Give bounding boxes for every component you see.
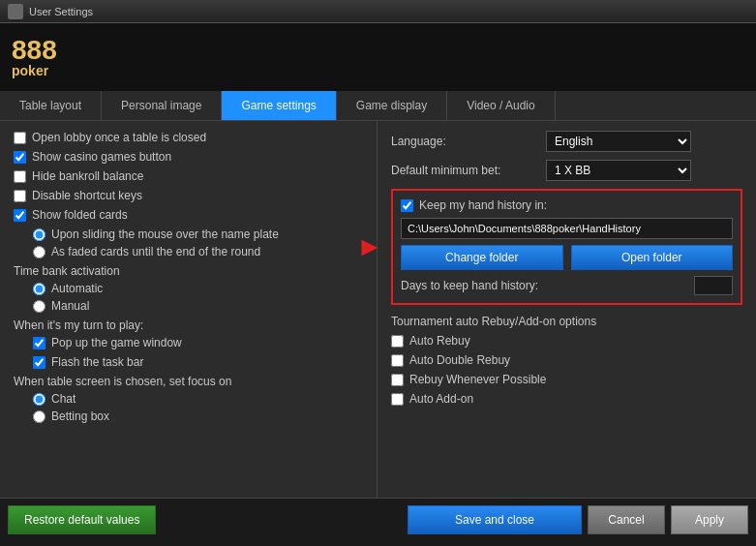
automatic-label: Automatic xyxy=(51,282,103,295)
show-folded-options: Upon sliding the mouse over the name pla… xyxy=(14,228,363,258)
hand-history-buttons: Change folder Open folder xyxy=(401,245,733,270)
auto-double-rebuy-row: Auto Double Rebuy xyxy=(391,353,742,367)
automatic-radio[interactable] xyxy=(33,283,45,295)
focus-options: Chat Betting box xyxy=(14,392,363,423)
show-casino-row: Show casino games button xyxy=(14,150,363,164)
flash-taskbar-checkbox[interactable] xyxy=(33,356,45,369)
chat-label: Chat xyxy=(51,392,76,406)
cancel-button[interactable]: Cancel xyxy=(588,505,665,534)
open-folder-button[interactable]: Open folder xyxy=(571,245,734,270)
auto-addon-checkbox[interactable] xyxy=(391,393,404,406)
popup-game-checkbox[interactable] xyxy=(33,337,45,349)
hide-bankroll-label: Hide bankroll balance xyxy=(32,169,143,183)
my-turn-checkboxes: Pop up the game window Flash the task ba… xyxy=(14,336,363,369)
show-casino-label: Show casino games button xyxy=(32,150,171,164)
show-folded-row: Show folded cards xyxy=(14,208,363,222)
chat-row: Chat xyxy=(33,392,363,406)
time-bank-options: Automatic Manual xyxy=(14,282,363,313)
auto-rebuy-checkbox[interactable] xyxy=(391,335,404,348)
logo-888: 888 xyxy=(12,37,57,64)
manual-radio[interactable] xyxy=(33,300,45,313)
popup-game-row: Pop up the game window xyxy=(33,336,363,349)
auto-double-rebuy-label: Auto Double Rebuy xyxy=(409,353,510,367)
betting-box-radio[interactable] xyxy=(33,410,45,423)
language-select[interactable]: English French German Spanish xyxy=(546,131,691,152)
manual-label: Manual xyxy=(51,299,89,313)
auto-double-rebuy-checkbox[interactable] xyxy=(391,354,404,367)
upon-sliding-label: Upon sliding the mouse over the name pla… xyxy=(51,228,279,241)
keep-history-checkbox[interactable] xyxy=(401,199,413,212)
days-row: Days to keep hand history: 30 xyxy=(401,276,733,295)
rebuy-whenever-label: Rebuy Whenever Possible xyxy=(409,373,546,386)
flash-taskbar-label: Flash the task bar xyxy=(51,355,143,369)
show-casino-checkbox[interactable] xyxy=(14,151,26,164)
show-folded-label: Show folded cards xyxy=(32,208,128,222)
days-input[interactable]: 30 xyxy=(694,276,733,295)
tab-personal-image[interactable]: Personal image xyxy=(102,91,222,120)
apply-button[interactable]: Apply xyxy=(671,505,748,534)
hand-history-header: Keep my hand history in: xyxy=(401,198,733,212)
tournament-section: Tournament auto Rebuy/Add-on options Aut… xyxy=(391,315,742,406)
keep-history-label: Keep my hand history in: xyxy=(419,198,547,212)
tabs-bar: Table layout Personal image Game setting… xyxy=(0,91,756,121)
upon-sliding-radio[interactable] xyxy=(33,228,45,241)
hide-bankroll-row: Hide bankroll balance xyxy=(14,169,363,183)
betting-box-label: Betting box xyxy=(51,410,109,423)
open-lobby-row: Open lobby once a table is closed xyxy=(14,131,363,144)
focus-label: When table screen is chosen, set focus o… xyxy=(14,375,363,388)
tournament-title: Tournament auto Rebuy/Add-on options xyxy=(391,315,742,328)
restore-defaults-button[interactable]: Restore default values xyxy=(8,505,156,534)
auto-addon-row: Auto Add-on xyxy=(391,392,742,406)
app-icon xyxy=(8,4,23,19)
language-row: Language: English French German Spanish xyxy=(391,131,742,152)
auto-rebuy-label: Auto Rebuy xyxy=(409,334,470,348)
hand-history-section: ► Keep my hand history in: Change folder… xyxy=(391,189,742,305)
title-bar: User Settings xyxy=(0,0,756,23)
my-turn-label: When it's my turn to play: xyxy=(14,318,363,332)
min-bet-select[interactable]: 1 X BB 2 X BB 3 X BB xyxy=(546,160,691,181)
rebuy-whenever-row: Rebuy Whenever Possible xyxy=(391,373,742,386)
hide-bankroll-checkbox[interactable] xyxy=(14,170,26,183)
red-arrow-icon: ► xyxy=(356,231,383,262)
upon-sliding-row: Upon sliding the mouse over the name pla… xyxy=(33,228,363,241)
tab-game-settings[interactable]: Game settings xyxy=(222,91,336,120)
language-label: Language: xyxy=(391,135,546,148)
disable-shortcut-checkbox[interactable] xyxy=(14,190,26,202)
title-bar-text: User Settings xyxy=(29,6,93,17)
hand-history-path-input[interactable] xyxy=(401,218,733,239)
min-bet-row: Default minimum bet: 1 X BB 2 X BB 3 X B… xyxy=(391,160,742,181)
time-bank-label: Time bank activation xyxy=(14,264,363,278)
auto-rebuy-row: Auto Rebuy xyxy=(391,334,742,348)
rebuy-whenever-checkbox[interactable] xyxy=(391,374,404,386)
flash-taskbar-row: Flash the task bar xyxy=(33,355,363,369)
change-folder-button[interactable]: Change folder xyxy=(401,245,563,270)
hand-history-box: Keep my hand history in: Change folder O… xyxy=(391,189,742,305)
save-close-button[interactable]: Save and close xyxy=(408,505,582,534)
days-label: Days to keep hand history: xyxy=(401,279,686,292)
as-faded-label: As faded cards until the end of the roun… xyxy=(51,245,260,258)
as-faded-row: As faded cards until the end of the roun… xyxy=(33,245,363,258)
main-content: Open lobby once a table is closed Show c… xyxy=(0,121,756,498)
min-bet-label: Default minimum bet: xyxy=(391,164,546,177)
automatic-row: Automatic xyxy=(33,282,363,295)
disable-shortcut-label: Disable shortcut keys xyxy=(32,189,142,202)
tab-table-layout[interactable]: Table layout xyxy=(0,91,102,120)
open-lobby-checkbox[interactable] xyxy=(14,132,26,144)
open-lobby-label: Open lobby once a table is closed xyxy=(32,131,206,144)
disable-shortcut-row: Disable shortcut keys xyxy=(14,189,363,202)
logo-area: 888 poker xyxy=(0,23,756,91)
right-panel: Language: English French German Spanish … xyxy=(378,121,756,498)
as-faded-radio[interactable] xyxy=(33,246,45,258)
bottom-bar: Restore default values Save and close Ca… xyxy=(0,498,756,540)
tab-game-display[interactable]: Game display xyxy=(337,91,447,120)
chat-radio[interactable] xyxy=(33,393,45,406)
manual-row: Manual xyxy=(33,299,363,313)
tab-video-audio[interactable]: Video / Audio xyxy=(447,91,556,120)
auto-addon-label: Auto Add-on xyxy=(409,392,473,406)
betting-box-row: Betting box xyxy=(33,410,363,423)
logo-poker: poker xyxy=(12,64,57,77)
show-folded-checkbox[interactable] xyxy=(14,209,26,222)
left-panel: Open lobby once a table is closed Show c… xyxy=(0,121,378,498)
popup-game-label: Pop up the game window xyxy=(51,336,182,349)
